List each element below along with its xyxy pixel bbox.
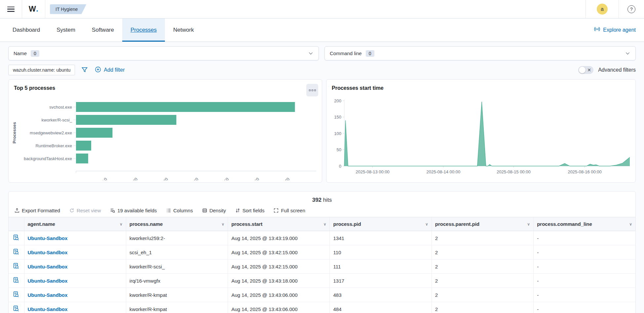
cell-agent-name: Ubuntu-Sandbox	[24, 288, 126, 302]
cell-process-parent-pid: 2	[432, 274, 533, 288]
inspect-document-icon[interactable]	[9, 245, 24, 260]
svg-text:50: 50	[223, 177, 230, 180]
agent-link[interactable]: Ubuntu-Sandbox	[28, 292, 68, 298]
name-filter-select[interactable]: Name 0	[8, 46, 319, 60]
cell-agent-name: Ubuntu-Sandbox	[24, 302, 126, 313]
agent-link[interactable]: Ubuntu-Sandbox	[28, 250, 68, 255]
cell-process-command-line: -	[534, 302, 635, 313]
tab-dashboard[interactable]: Dashboard	[4, 18, 48, 42]
tab-network[interactable]: Network	[165, 18, 202, 42]
agent-link[interactable]: Ubuntu-Sandbox	[28, 278, 68, 284]
column-header-process-start[interactable]: process.start∨	[228, 217, 330, 231]
menu-icon[interactable]	[7, 7, 15, 12]
chart-title: Processes start time	[332, 85, 384, 91]
table-row: Ubuntu-Sandboxkworker/R-kmpatAug 14, 202…	[9, 288, 635, 302]
svg-text:150: 150	[334, 115, 341, 120]
cell-process-command-line: -	[534, 245, 635, 260]
plus-circle-icon	[95, 66, 101, 74]
svg-text:2025-08-16 00:00: 2025-08-16 00:00	[568, 169, 602, 174]
cell-process-parent-pid: 2	[432, 260, 533, 274]
column-header-process-command-line[interactable]: process.command_line∨	[534, 217, 635, 231]
cell-process-start: Aug 14, 2025 @ 13:42:15.000	[228, 260, 330, 274]
toolbar-refresh-button: Reset view	[69, 208, 101, 213]
command-line-filter-select[interactable]: Command line 0	[324, 46, 636, 60]
tab-system[interactable]: System	[48, 18, 84, 42]
toolbar-columns-button[interactable]: Columns	[166, 208, 193, 213]
advanced-filters-toggle[interactable]: ✕	[578, 66, 593, 74]
column-header-agent-name[interactable]: agent.name∨	[24, 217, 126, 231]
wazuh-logo[interactable]: W.	[22, 5, 45, 14]
broadcast-icon	[594, 26, 600, 34]
module-tabs: Dashboard System Software Processes Netw…	[0, 18, 644, 42]
agent-link[interactable]: Ubuntu-Sandbox	[28, 264, 68, 269]
cell-process-name: kworker/R-kmpat	[126, 288, 228, 302]
divider	[586, 0, 586, 18]
toolbar-fullscreen-button[interactable]: Full screen	[274, 208, 305, 213]
tab-processes[interactable]: Processes	[122, 18, 165, 42]
cell-process-command-line: -	[534, 231, 635, 245]
column-header-process-parent-pid[interactable]: process.parent.pid∨	[432, 217, 533, 231]
svg-text:40: 40	[193, 177, 200, 180]
results-panel: 392 hits Export FormattedReset view19 av…	[8, 191, 636, 313]
cell-process-command-line: -	[534, 274, 635, 288]
top-5-processes-panel: Top 5 processes svchost.exekworker/R-scs…	[8, 79, 322, 183]
svg-text:2025-08-15 00:00: 2025-08-15 00:00	[497, 169, 531, 174]
agent-link[interactable]: Ubuntu-Sandbox	[28, 306, 68, 312]
table-row: Ubuntu-Sandboxscsi_eh_1Aug 14, 2025 @ 13…	[9, 245, 635, 260]
inspect-document-icon[interactable]	[9, 302, 24, 313]
svg-text:RuntimeBroker.exe: RuntimeBroker.exe	[35, 143, 72, 148]
cell-process-parent-pid: 2	[432, 288, 533, 302]
help-icon[interactable]: ?	[627, 5, 635, 13]
svg-text:100: 100	[334, 131, 341, 136]
explore-agent-link[interactable]: Explore agent	[594, 18, 636, 42]
add-filter-button[interactable]: Add filter	[95, 66, 125, 74]
cell-process-start: Aug 14, 2025 @ 13:43:19.000	[228, 231, 330, 245]
svg-text:kworker/R-scsi_: kworker/R-scsi_	[42, 118, 72, 122]
inspect-document-icon[interactable]	[9, 260, 24, 274]
advanced-filters-label: Advanced filters	[598, 67, 636, 73]
cell-process-pid: 1341	[330, 231, 432, 245]
cell-process-name: kworker/u259:2-	[126, 231, 228, 245]
chevron-down-icon: ∨	[527, 222, 530, 226]
svg-text:20: 20	[132, 177, 139, 180]
toolbar-export-button[interactable]: Export Formatted	[15, 208, 60, 213]
inspect-document-icon[interactable]	[9, 288, 24, 302]
column-header-process-pid[interactable]: process.pid∨	[330, 217, 432, 231]
cell-process-pid: 110	[330, 245, 432, 260]
cell-process-name: kworker/R-kmpat	[126, 302, 228, 313]
cell-process-command-line: -	[534, 260, 635, 274]
toggle-off-x-icon: ✕	[587, 68, 591, 72]
column-header-process-name[interactable]: process.name∨	[126, 217, 228, 231]
inspect-document-icon[interactable]	[9, 274, 24, 288]
filter-pill-cluster[interactable]: wazuh.cluster.name: ubuntu	[8, 65, 75, 75]
cell-process-name: kworker/R-scsi_	[126, 260, 228, 274]
toggle-knob	[579, 67, 586, 73]
svg-text:svchost.exe: svchost.exe	[49, 105, 72, 110]
tab-software[interactable]: Software	[84, 18, 122, 42]
cell-agent-name: Ubuntu-Sandbox	[24, 260, 126, 274]
inspect-document-icon[interactable]	[9, 231, 24, 245]
chevron-down-icon: ∨	[425, 222, 428, 226]
agent-link[interactable]: Ubuntu-Sandbox	[28, 235, 68, 241]
breadcrumb[interactable]: IT Hygiene	[50, 4, 86, 14]
table-row: Ubuntu-Sandboxirq/16-vmwgfxAug 14, 2025 …	[9, 274, 635, 288]
chevron-down-icon	[625, 51, 630, 56]
divider	[45, 0, 45, 18]
divider	[619, 0, 619, 18]
table-row: Ubuntu-Sandboxkworker/R-scsi_Aug 14, 202…	[9, 260, 635, 274]
results-toolbar: Export FormattedReset view19 available f…	[9, 203, 635, 217]
cell-process-start: Aug 14, 2025 @ 13:43:06.000	[228, 302, 330, 313]
cell-process-start: Aug 14, 2025 @ 13:43:18.000	[228, 274, 330, 288]
cell-agent-name: Ubuntu-Sandbox	[24, 245, 126, 260]
chevron-down-icon: ∨	[221, 222, 224, 226]
toolbar-fields-button[interactable]: 19 available fields	[110, 208, 157, 213]
chevron-down-icon: ∨	[323, 222, 326, 226]
toolbar-density-button[interactable]: Density	[202, 208, 226, 213]
toolbar-sort-button[interactable]: Sort fields	[235, 208, 265, 213]
filter-funnel-icon[interactable]	[81, 67, 88, 73]
svg-text:60: 60	[253, 177, 260, 180]
svg-text:200: 200	[334, 98, 341, 103]
chart-title: Top 5 processes	[14, 85, 55, 91]
charts-row: Top 5 processes svchost.exekworker/R-scs…	[8, 79, 636, 183]
avatar[interactable]: a	[597, 4, 608, 15]
